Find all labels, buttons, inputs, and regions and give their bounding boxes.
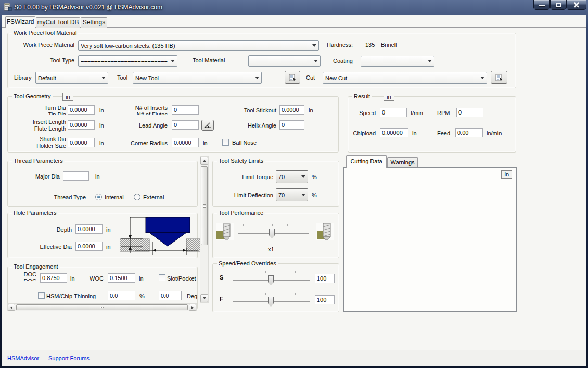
arrow-left-icon [9,306,12,309]
insert-length-input[interactable] [68,120,95,130]
close-button[interactable] [566,0,586,10]
work-piece-material-combo[interactable]: Very soft low-carbon steels. (135 HB) [78,40,319,51]
scroll-up-button[interactable] [200,157,208,165]
scroll-down-button[interactable] [200,294,208,302]
dropdown-arrow-icon[interactable] [311,56,320,66]
hsm-percent-input[interactable] [108,291,135,300]
slider-tick [258,224,258,226]
limit-deflection-label: Limit Deflection [225,192,273,198]
depth-input[interactable] [75,224,103,234]
hsm-angle-input[interactable] [159,291,182,300]
helix-angle-input[interactable] [279,120,304,130]
dropdown-arrow-icon[interactable] [252,72,261,83]
tab-mycut-tool-db[interactable]: myCut Tool DB [36,17,80,28]
left-panel-vscrollbar[interactable] [200,156,209,303]
chipload-label: Chipload [350,130,376,136]
tab-warnings[interactable]: Warnings [387,157,418,168]
doc-input[interactable] [40,273,67,283]
group-safety-title: Tool Safety Limits [217,158,265,164]
tool-material-combo[interactable] [248,55,321,67]
scroll-left-button[interactable] [8,304,15,311]
rpm-label: RPM [437,110,450,116]
tool-type-combo[interactable]: ========================== [78,55,177,67]
angle-icon [204,122,211,129]
library-label: Library [14,74,32,81]
tab-fswizard[interactable]: FSWizard [5,16,35,28]
effective-dia-input[interactable] [75,242,103,251]
dropdown-arrow-icon[interactable] [310,41,318,50]
major-dia-label: Major Dia [28,173,60,180]
thread-internal-radio[interactable] [95,194,102,200]
rpm-input[interactable] [456,108,483,117]
group-hole-title: Hole Parameters [12,210,58,216]
doc-label: DOCDOC [15,271,36,281]
group-overrides-title: Speed/Feed Overrides [217,260,278,267]
coating-combo[interactable] [361,56,434,67]
chipload-unit: in [412,130,417,136]
library-value: Default [38,75,98,81]
dropdown-arrow-icon[interactable] [478,72,487,83]
feed-override-input[interactable] [315,295,335,304]
thread-external-label: External [143,194,164,200]
dropdown-arrow-icon[interactable] [425,56,434,66]
maximize-button[interactable] [550,0,566,10]
hscrollbar-thumb[interactable] [16,304,188,310]
tool-combo[interactable]: New Tool [133,72,262,84]
tool-material-label: Tool Material [193,57,225,64]
ball-nose-checkbox[interactable] [222,139,229,146]
turn-dia-input[interactable] [68,105,95,115]
lead-angle-input[interactable] [172,120,199,130]
major-dia-input[interactable] [63,171,89,181]
limit-torque-combo[interactable]: 70 [276,170,308,183]
n-inserts-label: N# of InsertsN# of Flutes [116,105,168,115]
library-combo[interactable]: Default [35,72,108,84]
slider-tick [236,293,236,295]
coating-label: Coating [333,58,353,64]
speed-override-label: S [220,274,223,281]
edit-cut-button[interactable] [491,71,507,84]
hsm-checkbox[interactable] [38,292,45,299]
n-inserts-input[interactable] [172,105,199,115]
slider-tick [280,271,280,273]
cut-value: New Cut [325,75,477,81]
chipload-input[interactable] [380,128,408,137]
speed-input[interactable] [380,108,407,117]
slot-pocket-checkbox[interactable] [159,274,165,281]
endmill-fast-icon [316,223,334,240]
cut-combo[interactable]: New Cut [323,72,487,84]
left-panel-hscrollbar[interactable] [7,303,197,311]
dropdown-arrow-icon[interactable] [168,56,177,66]
dropdown-arrow-icon[interactable] [99,72,108,83]
corner-radius-input[interactable] [172,138,199,147]
speed-override-input[interactable] [315,274,335,283]
slider-tick [236,271,236,273]
limit-torque-value: 70 [278,174,298,180]
title-bar[interactable]: S0 F0.00 by HSMAdvisor v0.021 @ HSMAdvis… [0,0,588,15]
edit-tool-button[interactable] [285,71,300,84]
shank-dia-input[interactable] [68,138,95,147]
dropdown-arrow-icon[interactable] [299,171,308,183]
minimize-icon [539,5,545,6]
hole-diagram [120,216,200,257]
limit-deflection-combo[interactable]: 70 [276,188,308,201]
tab-cutting-data[interactable]: Cutting Data [346,155,387,168]
tab-settings[interactable]: Settings [81,17,107,28]
feed-input[interactable] [455,128,483,137]
scroll-right-button[interactable] [189,304,196,311]
tool-stickout-input[interactable] [279,105,304,115]
woc-input[interactable] [108,273,135,283]
thread-external-radio[interactable] [134,194,140,200]
slider-tick [309,271,309,273]
hsmadvisor-link[interactable]: HSMAdvisor [7,355,39,361]
limit-torque-label: Limit Torque [231,174,273,180]
tool-geometry-unit-badge: in [62,93,73,101]
doc-unit: in [70,275,75,282]
tool-stickout-label: Tool Stickout [225,107,276,113]
minimize-button[interactable] [533,0,550,10]
tool-value: New Tool [135,75,252,81]
support-forums-link[interactable]: Support Forums [48,355,90,361]
dropdown-arrow-icon[interactable] [299,189,308,201]
lead-angle-button[interactable] [201,120,214,131]
window-title: S0 F0.00 by HSMAdvisor v0.021 @ HSMAdvis… [14,4,162,11]
vscrollbar-thumb[interactable] [201,166,208,245]
